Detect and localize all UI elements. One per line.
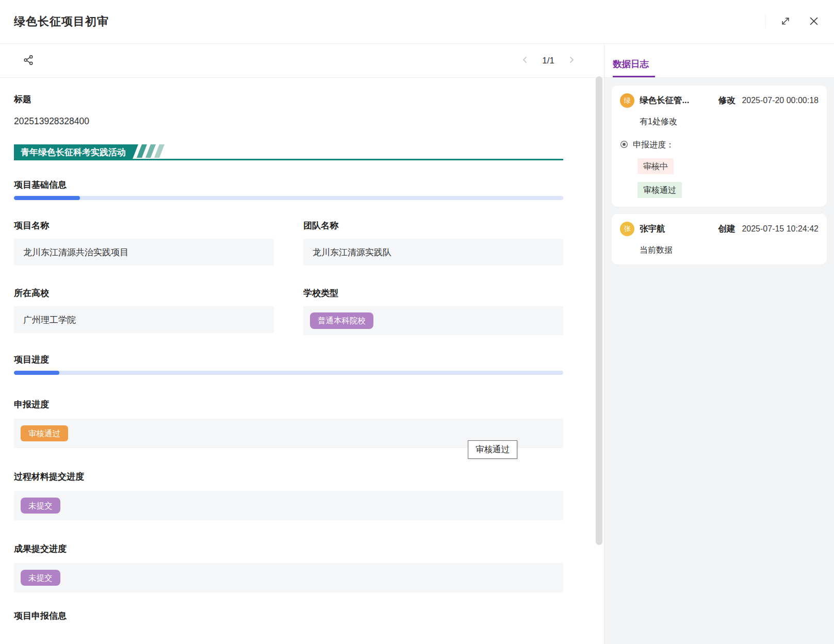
share-icon xyxy=(23,54,35,68)
log-change: 申报进度： 审核中 审核通过 xyxy=(620,140,819,198)
university-label: 所在高校 xyxy=(14,288,274,299)
log-user-name: 绿色长征管... xyxy=(640,95,718,106)
school-type-badge: 普通本科院校 xyxy=(310,312,373,329)
section-basic-info: 项目基础信息 xyxy=(14,180,563,190)
project-name-field: 龙川东江清源共治实践项目 xyxy=(14,239,274,266)
activity-banner-text: 青年绿色长征科考实践活动 xyxy=(14,144,138,160)
record-pager: 1/1 xyxy=(520,55,576,66)
avatar: 绿 xyxy=(620,93,634,108)
apply-progress-field: 审核通过 审核通过 xyxy=(14,419,563,448)
log-card: 绿 绿色长征管... 修改 2025-07-20 00:00:18 有1处修改 … xyxy=(612,86,827,207)
log-timestamp: 2025-07-15 10:24:42 xyxy=(742,224,819,234)
log-summary: 有1处修改 xyxy=(640,117,819,127)
scrollbar-thumb[interactable] xyxy=(596,76,602,545)
form-field: 所在高校 广州理工学院 xyxy=(14,288,274,335)
result-progress-field: 未提交 xyxy=(14,563,563,592)
record-title-label: 标题 xyxy=(14,94,563,105)
chevron-left-icon xyxy=(521,56,529,65)
radio-dot-icon xyxy=(620,140,628,151)
result-progress-label: 成果提交进度 xyxy=(14,544,563,554)
change-head: 申报进度： xyxy=(620,140,819,151)
section-progress-fill xyxy=(14,196,80,200)
page-title: 绿色长征项目初审 xyxy=(14,14,109,29)
titlebar: 绿色长征项目初审 xyxy=(0,0,834,44)
titlebar-actions xyxy=(765,13,822,30)
section-project-progress: 项目进度 xyxy=(14,355,563,365)
form-field: 团队名称 龙川东江清源实践队 xyxy=(303,221,563,266)
log-summary: 当前数据 xyxy=(640,245,819,256)
close-icon xyxy=(808,15,820,28)
team-name-field: 龙川东江清源实践队 xyxy=(303,239,563,266)
activity-banner: 青年绿色长征科考实践活动 xyxy=(14,144,563,160)
log-card: 张 张宇航 创建 2025-07-15 10:24:42 当前数据 xyxy=(612,214,827,265)
pager-position: 1/1 xyxy=(542,56,554,66)
form-pane: 1/1 标题 202513928328400 青年绿色长征科考实践活动 xyxy=(0,44,604,644)
banner-stripe xyxy=(145,144,156,158)
changed-field-label: 申报进度： xyxy=(633,140,674,151)
expand-button[interactable] xyxy=(778,14,793,30)
apply-progress-label: 申报进度 xyxy=(14,400,563,410)
new-value-pill: 审核通过 xyxy=(637,182,682,198)
result-progress-badge: 未提交 xyxy=(21,570,60,586)
section-progress-track xyxy=(14,371,563,375)
form-field: 项目名称 龙川东江清源共治实践项目 xyxy=(14,221,274,266)
university-field: 广州理工学院 xyxy=(14,306,274,333)
next-record-button[interactable] xyxy=(567,55,576,66)
log-head: 张 张宇航 创建 2025-07-15 10:24:42 xyxy=(620,222,819,236)
apply-progress-badge: 审核通过 xyxy=(21,425,68,442)
log-action: 修改 xyxy=(718,95,735,106)
team-name-label: 团队名称 xyxy=(303,221,563,231)
material-progress-field: 未提交 xyxy=(14,491,563,520)
section-apply-info: 项目申报信息 xyxy=(14,611,563,621)
form-field: 学校类型 普通本科院校 xyxy=(303,288,563,335)
share-button[interactable] xyxy=(21,52,37,70)
banner-stripe xyxy=(154,144,165,158)
review-modal: 绿色长征项目初审 xyxy=(0,0,834,644)
change-old-row: 审核中 xyxy=(637,158,819,174)
expand-icon xyxy=(780,16,791,28)
project-name-label: 项目名称 xyxy=(14,221,274,231)
record-title-value: 202513928328400 xyxy=(14,116,563,127)
section-progress-track xyxy=(14,196,563,200)
material-progress-badge: 未提交 xyxy=(21,498,60,514)
avatar: 张 xyxy=(620,222,634,236)
titlebar-divider xyxy=(765,15,766,28)
chevron-right-icon xyxy=(568,56,575,65)
data-log-sidebar: 数据日志 绿 绿色长征管... 修改 2025-07-20 00:00:18 有… xyxy=(604,44,834,644)
log-head: 绿 绿色长征管... 修改 2025-07-20 00:00:18 xyxy=(620,93,819,108)
hover-tooltip: 审核通过 xyxy=(468,440,517,459)
tab-data-log[interactable]: 数据日志 xyxy=(613,58,655,77)
section-progress-fill xyxy=(14,371,59,375)
close-button[interactable] xyxy=(806,13,822,30)
change-new-row: 审核通过 xyxy=(637,182,819,198)
school-type-field: 普通本科院校 xyxy=(303,306,563,335)
log-user-name: 张宇航 xyxy=(640,223,718,235)
log-action: 创建 xyxy=(718,223,735,235)
banner-stripe xyxy=(137,144,147,158)
prev-record-button[interactable] xyxy=(520,55,530,66)
form-content: 标题 202513928328400 青年绿色长征科考实践活动 项目基础信息 项… xyxy=(0,78,604,621)
sidebar-header: 数据日志 xyxy=(604,44,834,78)
log-timestamp: 2025-07-20 00:00:18 xyxy=(742,96,819,105)
material-progress-label: 过程材料提交进度 xyxy=(14,472,563,482)
log-list: 绿 绿色长征管... 修改 2025-07-20 00:00:18 有1处修改 … xyxy=(604,78,834,272)
school-type-label: 学校类型 xyxy=(303,288,563,299)
old-value-pill: 审核中 xyxy=(637,158,674,174)
form-toolbar: 1/1 xyxy=(0,44,604,78)
